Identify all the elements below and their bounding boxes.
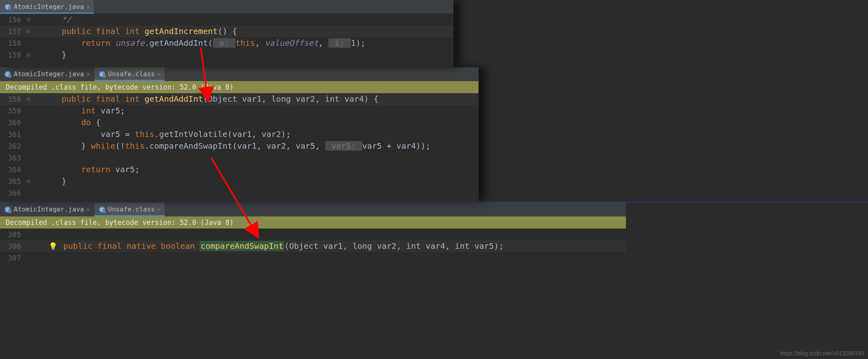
class-file-icon: C — [4, 206, 11, 213]
close-icon[interactable]: × — [86, 206, 89, 213]
decompiled-notification: Decompiled .class file, bytecode version… — [0, 81, 479, 93]
tab-unsafe[interactable]: C Unsafe.class × — [94, 203, 165, 216]
line-number: 156 — [0, 14, 24, 26]
line-number: 358 — [0, 93, 24, 105]
tab-label: Unsafe.class — [108, 205, 155, 213]
class-file-icon: C — [98, 206, 106, 213]
line-number: 307 — [0, 252, 24, 264]
tab-label: AtomicInteger.java — [14, 3, 84, 11]
fold-marker[interactable]: ⊟ — [24, 14, 32, 26]
tab-bar: C AtomicInteger.java × — [0, 0, 453, 14]
line-number: 158 — [0, 37, 24, 49]
fold-marker[interactable]: ⊟ — [24, 175, 32, 187]
line-number: 361 — [0, 128, 24, 140]
class-file-icon: C — [4, 3, 11, 11]
svg-rect-3 — [9, 9, 11, 10]
code-area[interactable]: 156 ⊟ */ 157 ⊟ public final int getAndIn… — [0, 14, 453, 73]
watermark: https://blog.csdn.net/u013288190 — [780, 350, 864, 357]
line-number: 365 — [0, 175, 24, 187]
line-number: 366 — [0, 187, 24, 199]
line-number: 363 — [0, 152, 24, 164]
line-number: 305 — [0, 229, 24, 240]
close-icon[interactable]: × — [86, 4, 89, 10]
tab-atomicinteger[interactable]: C AtomicInteger.java × — [0, 203, 94, 216]
line-number: 362 — [0, 140, 24, 152]
code-area[interactable]: 358 ⊟ public final int getAndAddInt(Obje… — [0, 93, 479, 199]
tab-atomicinteger[interactable]: C AtomicInteger.java × — [0, 0, 94, 13]
fold-marker[interactable]: ⊟ — [24, 26, 32, 37]
svg-rect-9 — [103, 75, 106, 78]
editor-panel-2: C AtomicInteger.java × C Unsafe.class × … — [0, 67, 479, 202]
tab-label: AtomicInteger.java — [14, 205, 84, 213]
code-area[interactable]: 305 306 💡 public final native boolean co… — [0, 229, 626, 264]
fold-marker[interactable]: ⊟ — [24, 93, 32, 105]
tab-bar: C AtomicInteger.java × C Unsafe.class × — [0, 203, 626, 216]
line-number: 159 — [0, 49, 24, 61]
close-icon[interactable]: × — [157, 206, 160, 213]
line-number: 306 — [0, 240, 24, 252]
editor-panel-3: C AtomicInteger.java × C Unsafe.class × … — [0, 203, 626, 265]
fold-marker[interactable]: ⊟ — [24, 49, 32, 61]
line-number: 157 — [0, 26, 24, 37]
line-number: 359 — [0, 105, 24, 117]
line-number: 364 — [0, 164, 24, 175]
editor-panel-1: C AtomicInteger.java × 156 ⊟ */ 157 ⊟ pu… — [0, 0, 453, 67]
decompiled-notification: Decompiled .class file, bytecode version… — [0, 216, 626, 229]
svg-rect-15 — [103, 210, 106, 213]
svg-rect-6 — [9, 75, 11, 78]
line-number: 360 — [0, 117, 24, 128]
svg-rect-12 — [9, 210, 11, 213]
